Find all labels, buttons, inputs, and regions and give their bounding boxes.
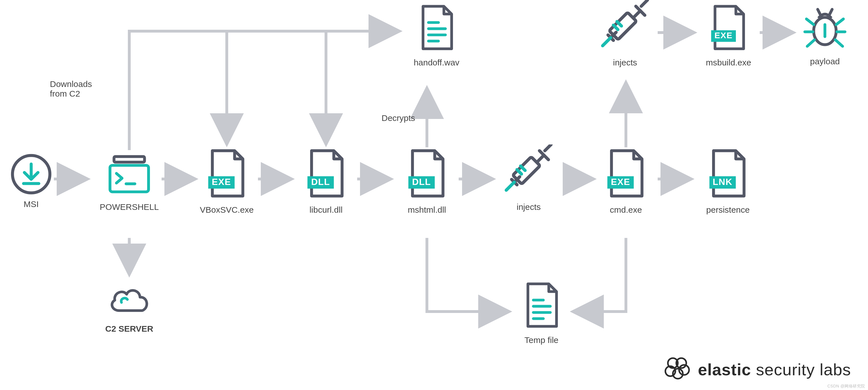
- download-icon: [6, 153, 57, 195]
- svg-line-56: [806, 19, 814, 25]
- bug-icon: [797, 4, 853, 53]
- svg-line-52: [603, 38, 611, 46]
- terminal-icon: [95, 150, 163, 198]
- node-label: payload: [797, 57, 853, 66]
- elastic-cluster-icon: [662, 354, 693, 385]
- node-label: MSI: [6, 199, 57, 209]
- cloud-icon: [101, 281, 158, 320]
- node-payload: payload: [797, 4, 853, 66]
- node-c2server: C2 SERVER: [101, 281, 158, 334]
- node-label: injects: [499, 202, 558, 212]
- svg-rect-20: [110, 165, 149, 192]
- node-msi: MSI: [6, 153, 57, 209]
- badge-text: LNK: [713, 177, 733, 187]
- svg-line-60: [807, 40, 815, 46]
- svg-line-46: [634, 11, 640, 17]
- badge-text: EXE: [714, 31, 733, 40]
- node-label: handoff.wav: [405, 58, 468, 67]
- node-label: persistence: [697, 205, 759, 215]
- node-libcurl: DLL libcurl.dll: [295, 147, 357, 215]
- file-text-icon: [405, 3, 468, 54]
- node-vboxsvc: EXE VBoxSVC.exe: [195, 147, 258, 215]
- brand-logo: elastic security labs: [662, 354, 851, 385]
- node-injects-top: injects: [595, 0, 655, 67]
- svg-line-44: [641, 0, 647, 6]
- node-mshtml: DLL mshtml.dll: [396, 147, 458, 215]
- badge-text: DLL: [311, 177, 330, 187]
- file-exe-icon: EXE: [195, 147, 258, 201]
- svg-line-48: [617, 22, 622, 26]
- node-label: libcurl.dll: [295, 205, 357, 215]
- node-label: POWERSHELL: [95, 202, 163, 212]
- file-exe-icon: EXE: [698, 3, 760, 54]
- node-msbuild: EXE msbuild.exe: [698, 3, 760, 67]
- badge-text: DLL: [412, 177, 431, 187]
- node-label: mshtml.dll: [396, 205, 458, 215]
- node-tempfile: Temp file: [513, 281, 570, 345]
- brand-text: elastic security labs: [698, 360, 851, 379]
- node-label: injects: [595, 58, 655, 67]
- file-dll-icon: DLL: [295, 147, 357, 201]
- svg-line-30: [517, 170, 522, 174]
- svg-line-25: [545, 144, 551, 151]
- node-cmd: EXE cmd.exe: [595, 147, 657, 215]
- node-persistence: LNK persistence: [697, 147, 759, 215]
- svg-rect-19: [114, 157, 145, 162]
- edge-label-downloads: Downloads from C2: [50, 79, 92, 99]
- badge-text: EXE: [212, 177, 231, 187]
- syringe-icon: [499, 144, 558, 198]
- node-label: msbuild.exe: [698, 58, 760, 67]
- svg-line-57: [836, 19, 844, 25]
- node-label: C2 SERVER: [101, 324, 158, 334]
- node-label: VBoxSVC.exe: [195, 205, 258, 215]
- file-dll-icon: DLL: [396, 147, 458, 201]
- file-exe-icon: EXE: [595, 147, 657, 201]
- svg-line-62: [818, 9, 820, 14]
- node-handoff: handoff.wav: [405, 3, 468, 67]
- node-label: cmd.exe: [595, 205, 657, 215]
- svg-line-33: [506, 182, 515, 190]
- node-label: Temp file: [513, 335, 570, 345]
- node-injects-mid: injects: [499, 144, 558, 212]
- svg-line-49: [614, 25, 618, 30]
- svg-line-61: [835, 40, 843, 46]
- svg-line-27: [538, 155, 544, 161]
- watermark: CSDN @网络研究院: [828, 384, 865, 389]
- edge-label-decrypts: Decrypts: [381, 113, 415, 123]
- syringe-icon: [595, 0, 655, 54]
- badge-text: EXE: [611, 177, 630, 187]
- node-powershell: POWERSHELL: [95, 150, 163, 212]
- svg-line-63: [830, 9, 832, 14]
- file-text-icon: [513, 281, 570, 331]
- svg-line-29: [521, 166, 525, 170]
- file-lnk-icon: LNK: [697, 147, 759, 201]
